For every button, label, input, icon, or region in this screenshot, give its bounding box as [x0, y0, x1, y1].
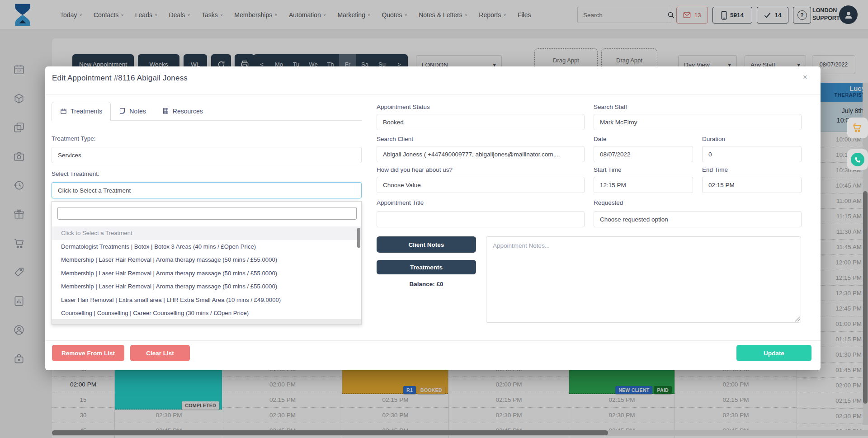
treatment-option[interactable]: Counselling | Counselling | Career Couns… [52, 306, 361, 320]
start-time-input[interactable]: 12:15 PM [594, 177, 693, 193]
appointment-title-label: Appointment Title [377, 199, 424, 206]
appointment-title-input[interactable] [377, 211, 585, 227]
duration-value: 0 [708, 151, 712, 158]
quick-call-button[interactable] [847, 149, 868, 170]
cart-icon [852, 122, 863, 134]
appointment-notes-textarea[interactable] [486, 236, 801, 323]
treatment-option[interactable]: Laser Hair Removal | Extra small area | … [52, 293, 361, 307]
tab-label: Resources [173, 108, 203, 115]
modal-title: Edit Appointment #8116 Abigail Joness [52, 74, 188, 83]
card-icon [60, 108, 67, 115]
treatments-button[interactable]: Treatments [377, 260, 476, 274]
appointment-status-label: Appointment Status [377, 104, 430, 110]
end-time-input[interactable]: 02:15 PM [702, 177, 802, 193]
clear-list-button[interactable]: Clear List [130, 345, 190, 361]
hear-about-label: How did you hear about us? [377, 166, 453, 173]
end-time-label: End Time [702, 166, 728, 173]
date-input[interactable]: 08/07/2022 [594, 146, 693, 162]
select-treatment-combobox[interactable]: Click to Select a Treatment [52, 182, 362, 198]
update-button[interactable]: Update [736, 345, 811, 361]
remove-from-list-button[interactable]: Remove From List [52, 345, 124, 361]
grid-icon [162, 108, 169, 114]
dropdown-scrollbar-thumb[interactable] [357, 228, 360, 248]
treatment-option[interactable]: Membership | Laser Hair Removal | Aroma … [52, 267, 361, 280]
hear-about-select[interactable]: Choose Value [377, 177, 585, 193]
requested-label: Requested [594, 199, 623, 206]
date-label: Date [594, 136, 607, 142]
duration-label: Duration [702, 136, 725, 142]
tab-label: Notes [129, 108, 146, 115]
tab-label: Treatments [71, 108, 102, 115]
requested-select[interactable]: Choose requested option [594, 211, 802, 227]
quick-cart-button[interactable] [847, 118, 868, 138]
treatment-dropdown-panel: Click to Select a TreatmentDermatologist… [52, 201, 362, 325]
client-notes-button[interactable]: Client Notes [377, 236, 476, 253]
treatment-option[interactable]: Dermatologist Treatments | Botox | Botox… [52, 240, 361, 254]
duration-input[interactable]: 0 [702, 146, 802, 162]
treatment-type-value: Services [58, 152, 81, 159]
close-icon[interactable]: × [803, 73, 807, 82]
start-time-label: Start Time [594, 166, 622, 173]
search-client-value: Abigail Joness ( +447490009777, abigailj… [383, 151, 560, 158]
search-staff-value: Mark McElroy [600, 119, 637, 126]
treatment-option[interactable]: Membership | Laser Hair Removal | Aroma … [52, 253, 361, 267]
search-client-label: Search Client [377, 136, 413, 142]
balance-text: Balance: £0 [377, 281, 476, 287]
modal-header-divider [45, 94, 821, 94]
search-staff-input[interactable]: Mark McElroy [594, 114, 802, 130]
treatment-type-select[interactable]: Services [52, 147, 362, 163]
treatment-type-label: Treatment Type: [52, 135, 96, 142]
requested-value: Choose requested option [600, 216, 668, 223]
dropdown-footer-strip [52, 319, 361, 324]
tab-treatments[interactable]: Treatments [52, 102, 111, 121]
modal-tabs: Treatments Notes Resources [52, 102, 362, 121]
modal-footer-divider [45, 340, 821, 341]
end-time-value: 02:15 PM [708, 182, 735, 188]
edit-appointment-modal: Edit Appointment #8116 Abigail Joness × … [45, 66, 821, 370]
phone-icon [851, 153, 864, 166]
treatment-option[interactable]: Membership | Laser Hair Removal | Aroma … [52, 280, 361, 293]
appointment-status-value: Booked [383, 119, 404, 126]
appointment-status-select[interactable]: Booked [377, 114, 585, 130]
hear-about-value: Choose Value [383, 182, 421, 188]
tab-resources[interactable]: Resources [154, 102, 211, 120]
treatment-dropdown-search-input[interactable] [57, 207, 357, 220]
search-client-input[interactable]: Abigail Joness ( +447490009777, abigailj… [377, 146, 585, 162]
select-treatment-value: Click to Select a Treatment [58, 187, 131, 194]
note-icon [119, 108, 126, 114]
treatment-options-list: Click to Select a TreatmentDermatologist… [52, 226, 361, 320]
start-time-value: 12:15 PM [600, 182, 626, 188]
tab-notes[interactable]: Notes [111, 102, 154, 120]
date-value: 08/07/2022 [600, 151, 631, 158]
select-treatment-label: Select Treatment: [52, 170, 99, 177]
search-staff-label: Search Staff [594, 104, 627, 110]
treatment-option[interactable]: Click to Select a Treatment [52, 226, 361, 240]
